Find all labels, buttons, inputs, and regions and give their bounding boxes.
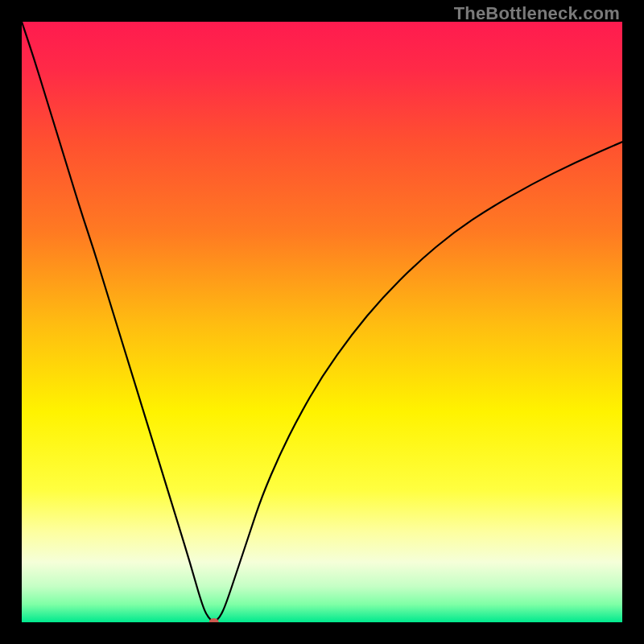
chart-container <box>22 22 622 622</box>
outer-frame: TheBottleneck.com <box>0 0 644 644</box>
bottleneck-chart <box>22 22 622 622</box>
gradient-background <box>22 22 622 622</box>
